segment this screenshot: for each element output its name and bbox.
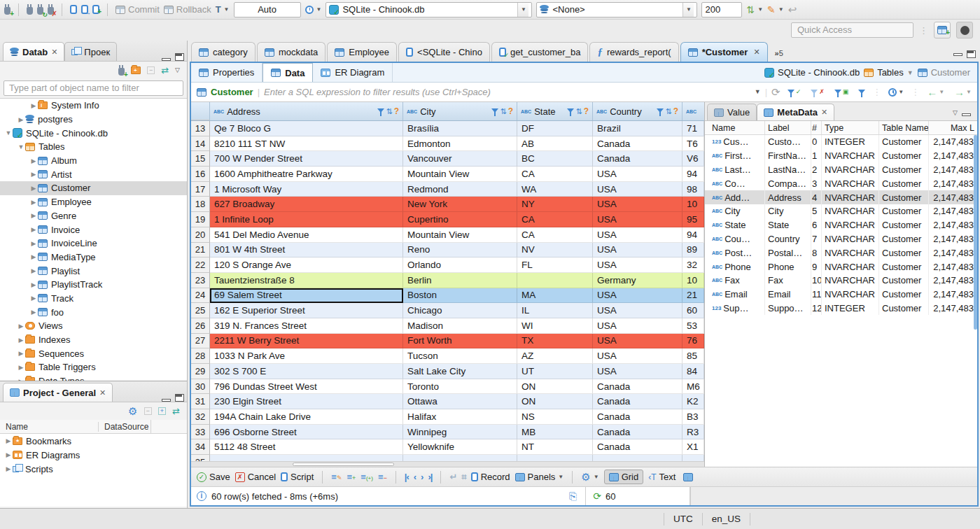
collapsed-arrow-icon[interactable]: ▶ — [17, 337, 25, 344]
collapsed-arrow-icon[interactable]: ▶ — [29, 157, 38, 164]
cell-city[interactable]: Ottawa — [403, 394, 517, 409]
refresh-toggle-button[interactable]: ⇅ ▼ — [746, 5, 763, 15]
meta-table-name[interactable]: Customer — [879, 246, 929, 260]
column-header-label[interactable]: Label — [765, 121, 811, 134]
open-sql-editor-icon[interactable]: → — [81, 5, 88, 14]
rollback-button[interactable]: Rollback — [164, 4, 211, 15]
minimize-icon[interactable] — [162, 399, 171, 402]
row-number[interactable]: 16 — [191, 167, 210, 182]
collapsed-arrow-icon[interactable]: ▶ — [17, 364, 25, 371]
cell-address[interactable]: 627 Broadway — [210, 197, 403, 212]
cell-city[interactable]: Cupertino — [403, 212, 517, 227]
column-header-max-length[interactable]: Max L — [929, 121, 977, 134]
cell-address[interactable]: 541 Del Medio Avenue — [210, 227, 403, 243]
cell-address[interactable]: 801 W 4th Street — [210, 243, 403, 258]
panels-button[interactable]: Panels ▼ — [515, 472, 564, 482]
table-row[interactable]: 23Tauentzienstraße 8BerlinGermany10 — [191, 273, 704, 288]
collapsed-arrow-icon[interactable]: ▶ — [17, 350, 25, 357]
cell-country[interactable]: USA — [593, 227, 682, 243]
tree-item-album[interactable]: ▶Album — [0, 154, 187, 168]
horizontal-scrollbar[interactable] — [191, 461, 704, 467]
row-number[interactable]: 21 — [191, 243, 210, 258]
meta-max-length[interactable]: 2,147,483 — [929, 135, 977, 149]
tab-database-navigator[interactable]: Datab✕ — [3, 42, 64, 61]
collapsed-arrow-icon[interactable]: ▶ — [29, 212, 38, 219]
meta-name[interactable]: ABCAdd… — [705, 190, 765, 204]
meta-ordinal[interactable]: 0 — [811, 135, 822, 149]
tree-item-system-info[interactable]: ▶iSystem Info — [0, 99, 187, 113]
metadata-row-suppo-[interactable]: 123Sup…Suppo…12INTEGERCustomer2,147,483 — [705, 302, 977, 316]
cell-address[interactable]: Tauentzienstraße 8 — [210, 273, 403, 288]
metadata-row-compa-[interactable]: ABCCo…Compa…3NVARCHARCustomer2,147,483 — [705, 176, 977, 190]
meta-name[interactable]: ABCPost… — [705, 246, 765, 260]
connect-icon[interactable] — [27, 7, 33, 15]
dropdown-arrow-icon[interactable]: ▼ — [517, 3, 528, 17]
cell-country[interactable]: USA — [593, 348, 682, 364]
meta-table-name[interactable]: Customer — [879, 260, 929, 274]
cell-address[interactable]: 1 Infinite Loop — [210, 212, 403, 227]
tree-item-data-types[interactable]: ▶Data Types — [0, 374, 187, 381]
meta-table-name[interactable]: Customer — [879, 274, 929, 288]
meta-name[interactable]: 123Cus… — [705, 135, 765, 149]
expanded-arrow-icon[interactable]: ▼ — [4, 129, 13, 136]
cell-country[interactable]: USA — [593, 364, 682, 379]
meta-label[interactable]: State — [765, 218, 811, 232]
cell-city[interactable]: Winnipeg — [403, 425, 517, 440]
table-row[interactable]: 31230 Elgin StreetOttawaONCanadaK2 — [191, 394, 704, 409]
tree-item-sequences[interactable]: ▶Sequences — [0, 346, 187, 360]
cell-state[interactable]: IL — [517, 303, 593, 318]
tab-project-general[interactable]: Project - General✕ — [3, 383, 113, 402]
breadcrumb-tables[interactable]: Tables ▼ — [864, 67, 913, 78]
cell-state[interactable]: NS — [517, 409, 593, 425]
cell-address[interactable]: 696 Osborne Street — [210, 425, 403, 440]
cell-address[interactable]: 230 Elgin Street — [210, 394, 403, 409]
meta-type[interactable]: NVARCHAR — [822, 246, 879, 260]
cell-state[interactable]: NT — [517, 439, 593, 455]
apply-filter-button[interactable]: ✓ — [785, 89, 804, 95]
cell-city[interactable]: Chicago — [403, 303, 517, 318]
cell-postalcode[interactable]: 85 — [682, 348, 704, 364]
table-row[interactable]: 148210 111 ST NWEdmontonABCanadaT6 — [191, 136, 704, 152]
metadata-row-postal-[interactable]: ABCPost…Postal…8NVARCHARCustomer2,147,48… — [705, 246, 977, 260]
meta-max-length[interactable]: 2,147,483 — [929, 190, 977, 204]
table-row[interactable]: 29302 S 700 ESalt Lake CityUTUSA84 — [191, 364, 704, 379]
new-connection-icon[interactable]: + — [118, 68, 125, 76]
minimize-icon[interactable] — [162, 58, 171, 61]
meta-name[interactable]: ABCFax — [705, 274, 765, 288]
meta-name[interactable]: ABCPhone — [705, 260, 765, 274]
collapsed-arrow-icon[interactable]: ▶ — [29, 309, 38, 316]
tree-item-table-triggers[interactable]: ▶Table Triggers — [0, 360, 187, 374]
cell-postalcode[interactable]: 32 — [682, 258, 704, 273]
cell-country[interactable]: Canada — [593, 151, 682, 167]
cell-postalcode[interactable]: 84 — [682, 364, 704, 379]
collapsed-arrow-icon[interactable]: ▶ — [17, 323, 25, 330]
cell-country[interactable]: USA — [593, 167, 682, 182]
settings-button[interactable]: ⚙ ▼ — [581, 472, 598, 482]
collapse-all-icon[interactable]: − — [147, 66, 155, 74]
collapsed-arrow-icon[interactable]: ▶ — [29, 185, 38, 192]
metadata-row-email[interactable]: ABCEmailEmail11NVARCHARCustomer2,147,483 — [705, 288, 977, 302]
settings-gear-icon[interactable]: ⚙ — [128, 406, 137, 416]
cell-address[interactable]: Qe 7 Bloco G — [210, 121, 403, 136]
row-number[interactable]: 29 — [191, 364, 210, 379]
script-button[interactable]: Script — [281, 472, 314, 482]
editor-tab-rewards-report-[interactable]: ƒrewards_report( — [589, 42, 678, 62]
filter-icon[interactable] — [567, 108, 574, 113]
row-number[interactable]: 13 — [191, 121, 210, 136]
collapse-icon[interactable]: − — [144, 407, 152, 415]
tab-properties[interactable]: Properties — [191, 63, 262, 82]
cell-city[interactable]: Berlin — [403, 273, 517, 288]
vertical-scrollbar[interactable] — [974, 135, 977, 330]
row-number[interactable]: 18 — [191, 197, 210, 212]
meta-table-name[interactable]: Customer — [879, 176, 929, 190]
cell-postalcode[interactable] — [682, 455, 704, 461]
row-number[interactable]: 15 — [191, 151, 210, 167]
collapsed-arrow-icon[interactable]: ▶ — [29, 281, 38, 288]
collapsed-arrow-icon[interactable]: ▶ — [29, 253, 38, 260]
link-editor-icon[interactable]: ⇄ — [172, 407, 180, 416]
meta-name[interactable]: ABCEmail — [705, 288, 765, 302]
table-row[interactable]: 20541 Del Medio AvenueMountain ViewCAUSA… — [191, 227, 704, 243]
metadata-row-state[interactable]: ABCStateState6NVARCHARCustomer2,147,483 — [705, 218, 977, 232]
column-datasource[interactable]: DataSource — [98, 422, 150, 432]
metadata-row-city[interactable]: ABCCityCity5NVARCHARCustomer2,147,483 — [705, 204, 977, 218]
